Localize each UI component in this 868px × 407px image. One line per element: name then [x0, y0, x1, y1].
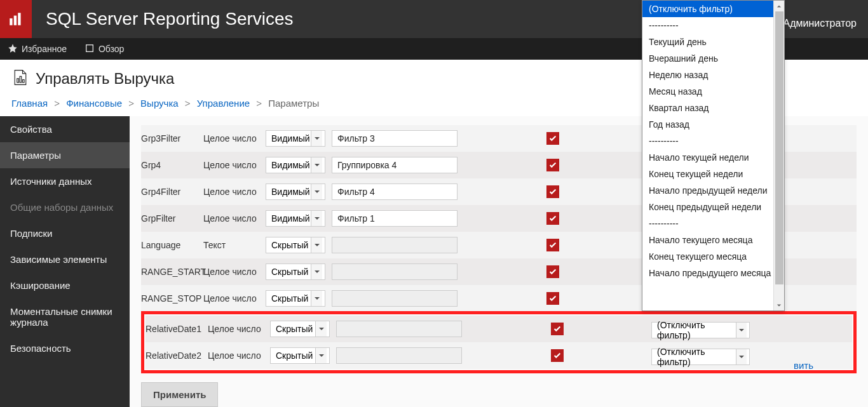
- dropdown-option[interactable]: Начало текущей недели: [642, 149, 784, 166]
- visibility-select[interactable]: Скрытый: [266, 264, 325, 280]
- chevron-down-icon: [315, 321, 327, 337]
- label-input: [332, 264, 458, 280]
- subnav-browse-label: Обзор: [98, 44, 124, 54]
- param-type: Целое число: [208, 350, 270, 361]
- sidebar-item-2[interactable]: Источники данных: [0, 168, 130, 194]
- dropdown-option[interactable]: Начало предыдущего месяца: [642, 265, 784, 281]
- chevron-down-icon: [736, 323, 747, 338]
- visibility-select[interactable]: Видимый: [266, 157, 325, 173]
- default-value-select[interactable]: (Отключить фильтр): [651, 322, 750, 338]
- default-value-select[interactable]: (Отключить фильтр): [651, 349, 750, 365]
- crumb-current: Параметры: [268, 98, 319, 109]
- svg-rect-4: [17, 79, 19, 83]
- dropdown-option[interactable]: Конец текущей недели: [642, 166, 784, 182]
- param-name: RelativeDate2: [146, 350, 208, 361]
- dropdown-option[interactable]: ----------: [642, 215, 784, 232]
- dropdown-option[interactable]: Год назад: [642, 116, 784, 133]
- dropdown-option[interactable]: Конец предыдущей недели: [642, 199, 784, 215]
- sidebar-item-6[interactable]: Кэширование: [0, 272, 130, 298]
- label-input[interactable]: Фильтр 4: [332, 183, 458, 200]
- dropdown-option[interactable]: (Отключить фильтр): [642, 1, 784, 17]
- chevron-down-icon: [311, 211, 322, 226]
- visibility-select[interactable]: Видимый: [266, 210, 325, 227]
- label-input: [332, 237, 458, 253]
- svg-rect-2: [18, 13, 20, 25]
- scroll-thumb[interactable]: [775, 11, 783, 284]
- param-type: Целое число: [203, 267, 266, 277]
- sidebar-item-3: Общие наборы данных: [0, 194, 130, 220]
- scroll-up-icon[interactable]: [774, 1, 784, 11]
- subnav-favorites-label: Избранное: [22, 44, 67, 54]
- dropdown-option[interactable]: Вчерашний день: [642, 50, 784, 67]
- star-icon: [8, 43, 22, 55]
- has-default-checkbox[interactable]: [546, 132, 559, 145]
- crumb-manage[interactable]: Управление: [197, 98, 250, 109]
- product-title: SQL Server Reporting Services: [46, 9, 294, 29]
- dropdown-option[interactable]: Начало предыдущей недели: [642, 182, 784, 199]
- chevron-down-icon: [311, 131, 322, 146]
- svg-rect-3: [86, 44, 93, 51]
- dropdown-option[interactable]: ----------: [642, 133, 784, 149]
- app-logo[interactable]: [0, 0, 32, 38]
- sidebar-item-8[interactable]: Безопасность: [0, 335, 130, 361]
- sidebar-item-7[interactable]: Моментальные снимки журнала: [0, 298, 130, 335]
- dropdown-option[interactable]: Месяц назад: [642, 83, 784, 100]
- label-input: [332, 290, 458, 307]
- chevron-down-icon: [736, 349, 747, 364]
- admin-link[interactable]: Администратор: [783, 18, 857, 29]
- dropdown-option[interactable]: Квартал назад: [642, 100, 784, 116]
- sidebar-item-4[interactable]: Подписки: [0, 220, 130, 246]
- svg-rect-6: [23, 80, 25, 83]
- crumb-financial[interactable]: Финансовые: [66, 98, 122, 109]
- report-icon: [11, 69, 36, 89]
- sidebar-item-1[interactable]: Параметры: [0, 142, 130, 168]
- param-name: Grp3Filter: [141, 133, 203, 143]
- has-default-checkbox[interactable]: [546, 185, 559, 198]
- crumb-home[interactable]: Главная: [11, 98, 48, 109]
- visibility-select[interactable]: Видимый: [266, 130, 325, 147]
- dropdown-option[interactable]: Неделю назад: [642, 67, 784, 83]
- sidebar-item-5[interactable]: Зависимые элементы: [0, 246, 130, 272]
- chevron-down-icon: [311, 157, 322, 173]
- dropdown-option[interactable]: Текущий день: [642, 34, 784, 50]
- label-input[interactable]: Группировка 4: [332, 157, 458, 173]
- visibility-select[interactable]: Скрытый: [266, 290, 325, 307]
- label-input[interactable]: Фильтр 3: [332, 130, 458, 147]
- apply-button[interactable]: Применить: [141, 382, 218, 407]
- dropdown-option[interactable]: ----------: [642, 17, 784, 34]
- dropdown-option[interactable]: Начало текущего месяца: [642, 232, 784, 248]
- visibility-select[interactable]: Видимый: [266, 183, 325, 200]
- default-value-dropdown[interactable]: (Отключить фильтр)----------Текущий день…: [642, 0, 785, 311]
- has-default-checkbox[interactable]: [546, 265, 559, 278]
- param-name: Language: [141, 240, 203, 250]
- param-type: Целое число: [203, 293, 266, 304]
- visibility-select[interactable]: Скрытый: [266, 237, 325, 253]
- param-type: Текст: [203, 240, 266, 250]
- visibility-select[interactable]: Скрытый: [270, 347, 330, 364]
- page-title: Управлять Выручка: [36, 70, 174, 88]
- label-input[interactable]: Фильтр 1: [332, 210, 458, 227]
- chevron-down-icon: [311, 291, 322, 306]
- dropdown-scrollbar[interactable]: [773, 1, 784, 310]
- dropdown-option[interactable]: Конец текущего месяца: [642, 248, 784, 265]
- visibility-select[interactable]: Скрытый: [270, 321, 330, 337]
- label-input: [336, 321, 462, 337]
- restore-link[interactable]: вить: [794, 360, 813, 371]
- param-name: Grp4: [141, 160, 203, 170]
- chevron-down-icon: [311, 184, 322, 199]
- scroll-down-icon[interactable]: [774, 300, 784, 310]
- subnav-browse[interactable]: Обзор: [85, 43, 124, 55]
- has-default-checkbox[interactable]: [546, 239, 559, 251]
- has-default-checkbox[interactable]: [551, 349, 564, 362]
- param-name: GrpFilter: [141, 213, 203, 224]
- subnav-favorites[interactable]: Избранное: [8, 43, 67, 55]
- has-default-checkbox[interactable]: [546, 292, 559, 305]
- has-default-checkbox[interactable]: [551, 323, 564, 335]
- has-default-checkbox[interactable]: [546, 159, 559, 171]
- browse-icon: [85, 43, 98, 55]
- crumb-revenue[interactable]: Выручка: [140, 98, 179, 109]
- svg-rect-0: [10, 18, 12, 25]
- sidebar-item-0[interactable]: Свойства: [0, 116, 130, 142]
- svg-rect-1: [14, 16, 17, 25]
- has-default-checkbox[interactable]: [546, 212, 559, 225]
